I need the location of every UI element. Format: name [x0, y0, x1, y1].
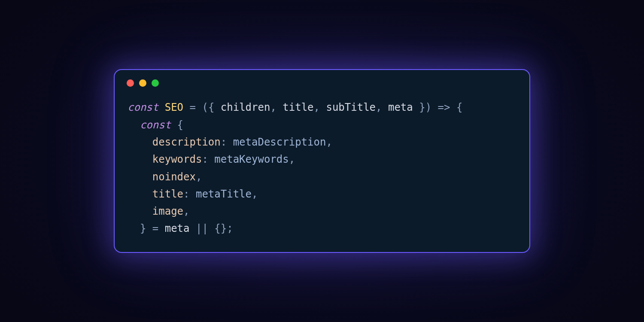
- comma: ,: [376, 101, 382, 113]
- param-title: title: [283, 101, 313, 113]
- comma: ,: [252, 188, 258, 200]
- code-window: const SEO = ({ children, title, subTitle…: [114, 69, 530, 253]
- code-block: const SEO = ({ children, title, subTitle…: [115, 91, 529, 252]
- destructure-close: }: [413, 101, 425, 113]
- comma: ,: [183, 205, 189, 217]
- key-title: title: [152, 188, 183, 200]
- keyword-const: const: [140, 119, 171, 131]
- comma: ,: [289, 153, 295, 165]
- minimize-icon[interactable]: [139, 79, 146, 87]
- op-eq: =: [146, 222, 164, 234]
- colon: :: [202, 153, 214, 165]
- paren-open: (: [202, 101, 208, 113]
- keyword-const: const: [128, 101, 158, 113]
- brace-open: {: [456, 101, 462, 113]
- empty-object: {}: [214, 222, 227, 234]
- destructure-open: {: [208, 101, 221, 113]
- param-subtitle: subTitle: [326, 101, 376, 113]
- var-meta: meta: [165, 222, 190, 234]
- maximize-icon[interactable]: [152, 79, 159, 87]
- alias-metaKeywords: metaKeywords: [214, 153, 289, 165]
- key-noindex: noindex: [152, 171, 196, 183]
- brace-close: }: [140, 222, 146, 234]
- op-or: ||: [190, 222, 215, 234]
- comma: ,: [196, 171, 202, 183]
- alias-metaDescription: metaDescription: [233, 136, 326, 148]
- semicolon: ;: [227, 222, 233, 234]
- param-meta: meta: [388, 101, 413, 113]
- key-description: description: [152, 136, 221, 148]
- comma: ,: [270, 101, 276, 113]
- param-children: children: [221, 101, 270, 113]
- comma: ,: [326, 136, 332, 148]
- alias-metaTitle: metaTitle: [196, 188, 252, 200]
- comma: ,: [314, 101, 320, 113]
- function-name: SEO: [165, 101, 183, 113]
- brace-open: {: [177, 119, 183, 131]
- window-titlebar: [115, 70, 529, 91]
- colon: :: [221, 136, 233, 148]
- close-icon[interactable]: [127, 79, 134, 87]
- colon: :: [183, 188, 196, 200]
- key-keywords: keywords: [152, 153, 202, 165]
- paren-close: ): [425, 101, 431, 113]
- arrow: =>: [431, 101, 456, 113]
- key-image: image: [152, 205, 183, 217]
- op-eq: =: [183, 101, 202, 113]
